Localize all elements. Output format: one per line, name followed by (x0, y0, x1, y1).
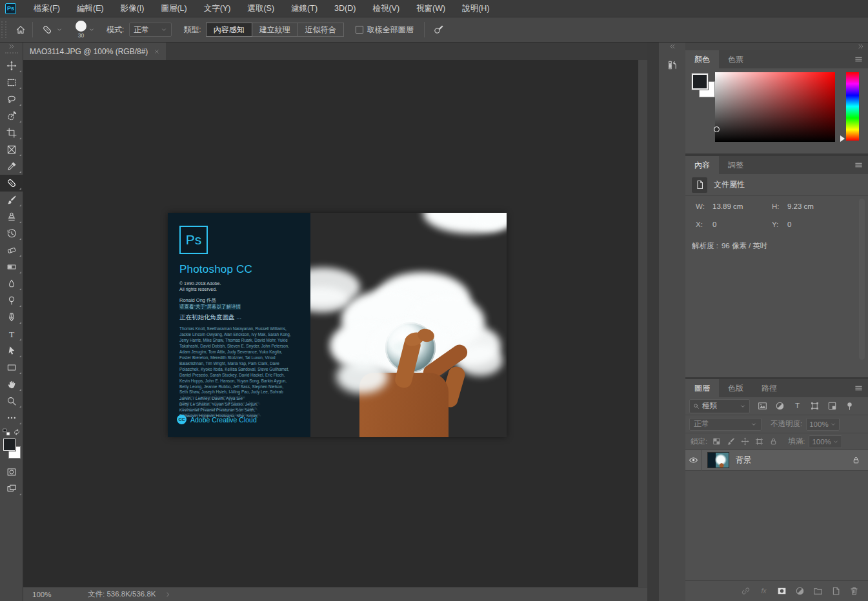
quick-selection-tool[interactable] (0, 108, 23, 124)
path-selection-tool[interactable] (0, 342, 23, 359)
menu-item-3[interactable]: 影像(I) (112, 0, 153, 17)
home-icon[interactable] (15, 25, 26, 35)
menu-item-6[interactable]: 選取(S) (239, 0, 283, 17)
y-value[interactable]: 0 (787, 221, 847, 228)
frame-tool[interactable] (0, 141, 23, 158)
rectangular-marquee-tool[interactable] (0, 74, 23, 91)
eraser-tool[interactable] (0, 242, 23, 259)
expand-dock-icon[interactable] (669, 43, 676, 50)
type-tool[interactable]: T (0, 326, 23, 342)
link-layers-icon[interactable] (741, 586, 751, 596)
filter-type-layers-icon[interactable]: T (792, 401, 802, 411)
color-tab-2[interactable]: 色票 (719, 50, 752, 68)
edit-toolbar[interactable] (0, 409, 23, 426)
lock-all-icon[interactable] (769, 437, 778, 446)
status-expand-icon[interactable] (165, 591, 171, 598)
brush-tool[interactable] (0, 192, 23, 208)
dodge-tool[interactable] (0, 292, 23, 309)
menu-item-10[interactable]: 視窗(W) (408, 0, 454, 17)
lock-image-pixels-icon[interactable] (727, 437, 735, 446)
document-tab[interactable]: MAO3114.JPG @ 100% (RGB/8#) (23, 43, 166, 60)
clone-stamp-tool[interactable] (0, 208, 23, 225)
new-adjustment-layer-icon[interactable] (795, 586, 805, 596)
history-brush-tool[interactable] (0, 225, 23, 242)
fill-input[interactable]: 100% (809, 435, 842, 448)
height-value[interactable]: 9.23 cm (787, 202, 847, 210)
layer-style-icon[interactable]: fx (759, 586, 769, 596)
properties-panel-menu-icon[interactable] (854, 161, 863, 170)
layers-panel-menu-icon[interactable] (854, 384, 863, 393)
type-button-3[interactable]: 近似符合 (298, 23, 344, 37)
lock-artboard-nesting-icon[interactable] (755, 437, 763, 446)
layer-lock-icon[interactable] (852, 456, 860, 464)
pen-tool[interactable] (0, 309, 23, 326)
menu-item-2[interactable]: 編輯(E) (68, 0, 112, 17)
foreground-color-swatch[interactable] (692, 74, 708, 90)
layer-filter-select[interactable]: 種類 (689, 399, 750, 413)
x-value[interactable]: 0 (712, 221, 772, 228)
default-colors-icon[interactable] (3, 428, 10, 436)
filter-toggle-pin-icon[interactable] (845, 401, 854, 411)
blur-tool[interactable] (0, 275, 23, 292)
mode-select[interactable]: 正常 (129, 23, 172, 37)
current-tool-preview[interactable] (39, 23, 65, 37)
layer-thumbnail[interactable] (707, 452, 729, 468)
chevron-down-icon[interactable] (88, 26, 95, 33)
type-button-2[interactable]: 建立紋理 (252, 23, 298, 37)
add-layer-mask-icon[interactable] (777, 586, 787, 596)
blend-mode-select[interactable]: 正常 (689, 418, 762, 431)
menu-item-5[interactable]: 文字(Y) (196, 0, 239, 17)
menu-item-1[interactable]: 檔案(F) (25, 0, 68, 17)
saturation-brightness-field[interactable] (715, 72, 835, 142)
properties-tab-2[interactable]: 調整 (719, 156, 752, 174)
zoom-level[interactable]: 100% (32, 591, 61, 598)
gradient-tool[interactable] (0, 259, 23, 275)
hand-tool[interactable] (0, 376, 23, 393)
menu-item-9[interactable]: 檢視(V) (364, 0, 408, 17)
lock-transparent-pixels-icon[interactable] (712, 437, 721, 446)
filter-shape-layers-icon[interactable] (810, 401, 820, 411)
delete-layer-icon[interactable] (849, 586, 859, 596)
menu-item-8[interactable]: 3D(D) (326, 0, 364, 17)
lock-position-icon[interactable] (741, 437, 749, 446)
new-group-icon[interactable] (813, 586, 823, 596)
pressure-size-icon[interactable] (434, 25, 444, 35)
layer-row-background[interactable]: 背景 (685, 450, 868, 471)
collapse-dock-icon[interactable] (858, 43, 864, 50)
filter-smart-objects-icon[interactable] (827, 401, 837, 411)
color-field-marker[interactable] (714, 126, 720, 132)
sample-all-layers-checkbox[interactable] (356, 26, 363, 34)
color-panel-menu-icon[interactable] (854, 55, 863, 64)
type-button-1[interactable]: 內容感知 (206, 23, 252, 37)
spot-healing-brush-tool[interactable] (0, 175, 23, 192)
hue-slider[interactable] (846, 72, 859, 141)
color-tab-1[interactable]: 顏色 (685, 50, 719, 68)
close-tab-icon[interactable] (154, 49, 159, 54)
properties-tab-1[interactable]: 內容 (685, 156, 719, 174)
opacity-input[interactable]: 100% (806, 418, 840, 431)
zoom-tool[interactable] (0, 393, 23, 409)
menu-item-7[interactable]: 濾鏡(T) (283, 0, 326, 17)
rectangle-tool[interactable] (0, 359, 23, 376)
history-panel-button[interactable] (660, 55, 684, 75)
canvas-area[interactable]: Ps Photoshop CC © 1990-2018 Adobe. All r… (23, 60, 647, 587)
crop-tool[interactable] (0, 124, 23, 141)
brush-size-picker[interactable]: 30 (76, 21, 86, 39)
quick-mask-button[interactable] (0, 464, 23, 480)
eyedropper-tool[interactable] (0, 158, 23, 175)
layer-visibility-toggle[interactable] (685, 450, 702, 471)
menu-item-4[interactable]: 圖層(L) (152, 0, 195, 17)
new-layer-icon[interactable] (831, 586, 841, 596)
swap-colors-icon[interactable] (13, 428, 21, 436)
layer-name[interactable]: 背景 (736, 455, 852, 466)
filter-adjustment-layers-icon[interactable] (775, 401, 785, 411)
foreground-color-swatch[interactable] (3, 438, 15, 451)
properties-scrollbar[interactable] (859, 199, 865, 360)
hue-slider-marker[interactable] (840, 135, 845, 142)
canvas-vertical-scrollbar[interactable] (638, 60, 647, 587)
layers-tab-1[interactable]: 圖層 (685, 379, 719, 397)
screen-mode-button[interactable] (0, 480, 23, 497)
app-logo[interactable]: Ps (5, 3, 16, 14)
move-tool[interactable] (0, 57, 23, 74)
filter-pixel-layers-icon[interactable] (758, 401, 767, 411)
